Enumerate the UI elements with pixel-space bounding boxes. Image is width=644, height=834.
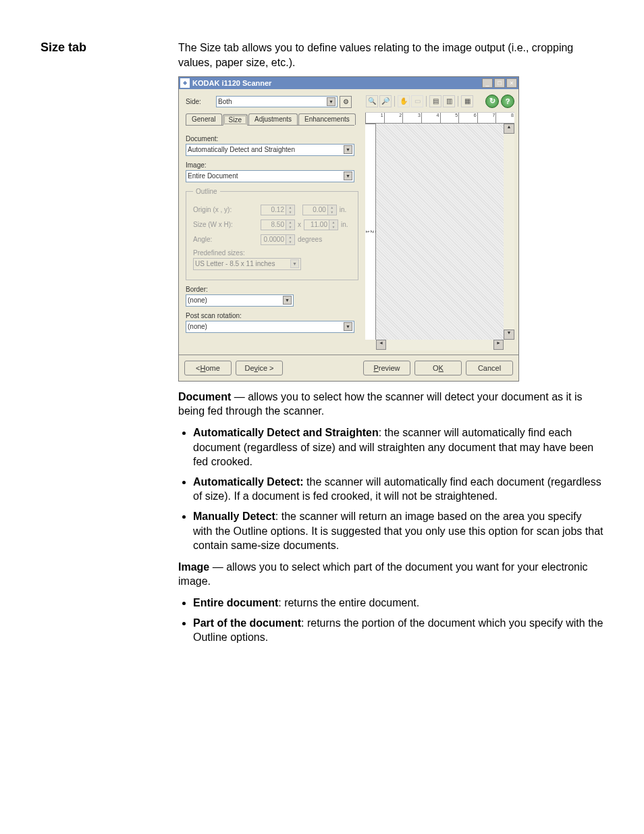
bullet-auto-detect: Automatically Detect: the scanner will a… xyxy=(193,475,603,504)
bullet-entire-document: Entire document: returns the entire docu… xyxy=(193,596,603,610)
origin-y-spinner[interactable]: ▲▼ xyxy=(302,205,337,215)
post-rotation-label: Post scan rotation: xyxy=(186,312,354,319)
minimize-button[interactable]: _ xyxy=(482,78,493,88)
bullet-manually-detect: Manually Detect: the scanner will return… xyxy=(193,509,603,553)
outline-legend: Outline xyxy=(193,188,220,195)
angle-label: Angle: xyxy=(193,236,261,243)
border-select[interactable]: (none) ▼ xyxy=(186,294,294,307)
side-combo[interactable]: Both ▼ xyxy=(216,96,338,107)
bullet-part-document: Part of the document: returns the portio… xyxy=(193,616,603,645)
chevron-down-icon: ▼ xyxy=(327,97,336,106)
predef-value: US Letter - 8.5 x 11 inches xyxy=(195,260,275,267)
outline-fieldset: Outline Origin (x , y): ▲▼ ▲▼ in. Size (… xyxy=(186,188,358,280)
image-label: Image: xyxy=(186,161,354,169)
help-icon[interactable]: ? xyxy=(501,95,514,108)
document-paragraph: Document — allows you to select how the … xyxy=(178,390,603,419)
app-icon: ◆ xyxy=(180,78,190,88)
origin-x-spinner[interactable]: ▲▼ xyxy=(261,205,295,215)
preview-canvas[interactable] xyxy=(376,124,504,340)
side-value: Both xyxy=(218,98,232,105)
size-w-spinner[interactable]: ▲▼ xyxy=(261,219,295,230)
origin-label: Origin (x , y): xyxy=(193,206,261,213)
maximize-button[interactable]: □ xyxy=(494,78,505,88)
ruler-vertical: 12345678910111213 xyxy=(365,124,376,340)
document-select[interactable]: Automatically Detect and Straighten ▼ xyxy=(186,144,354,156)
zoom-in-icon[interactable]: 🔍 xyxy=(366,95,378,107)
device-button[interactable]: Device > xyxy=(236,361,283,375)
image-paragraph: Image — allows you to select which part … xyxy=(178,560,603,589)
intro-paragraph: The Size tab allows you to define values… xyxy=(178,41,603,71)
times-symbol: x xyxy=(298,221,301,228)
tab-general[interactable]: General xyxy=(186,113,222,125)
zoom-out-icon[interactable]: 🔎 xyxy=(379,95,392,107)
origin-unit: in. xyxy=(340,206,347,213)
titlebar: ◆ KODAK i1120 Scanner _ □ × xyxy=(179,77,518,89)
size-unit: in. xyxy=(341,221,348,228)
close-button[interactable]: × xyxy=(506,78,517,88)
page-back-icon[interactable]: ▥ xyxy=(443,95,455,107)
predef-select: US Letter - 8.5 x 11 inches ▼ xyxy=(193,258,301,270)
tab-strip: General Size Adjustments Enhancements xyxy=(186,113,354,126)
document-label: Document: xyxy=(186,135,354,142)
chevron-down-icon: ▼ xyxy=(344,145,352,154)
preview-toolbar: 🔍 🔎 ✋ ▭ ▤ ▥ ▦ ↻ ? xyxy=(365,93,514,113)
post-rotation-value: (none) xyxy=(188,323,207,330)
scrollbar-vertical[interactable]: ▲▼ xyxy=(504,124,514,340)
chevron-down-icon: ▼ xyxy=(344,172,352,180)
scrollbar-horizontal[interactable]: ◄► xyxy=(365,340,514,350)
post-rotation-select[interactable]: (none) ▼ xyxy=(186,321,354,333)
section-heading: Size tab xyxy=(41,41,162,55)
tab-size[interactable]: Size xyxy=(223,114,248,126)
tab-enhancements[interactable]: Enhancements xyxy=(298,113,356,125)
preview-button[interactable]: Preview xyxy=(363,361,410,375)
ok-button[interactable]: OK xyxy=(414,361,462,375)
scanner-dialog: ◆ KODAK i1120 Scanner _ □ × Side: Both xyxy=(178,76,519,382)
side-label: Side: xyxy=(186,98,216,105)
side-settings-button[interactable]: ⚙ xyxy=(340,96,352,108)
image-select[interactable]: Entire Document ▼ xyxy=(186,170,354,182)
chevron-down-icon: ▼ xyxy=(290,259,299,268)
layout-icon[interactable]: ▦ xyxy=(461,95,473,107)
window-title: KODAK i1120 Scanner xyxy=(192,79,482,87)
tab-adjustments[interactable]: Adjustments xyxy=(248,113,298,125)
refresh-icon[interactable]: ↻ xyxy=(485,95,499,108)
bullet-auto-detect-straighten: Automatically Detect and Straighten: the… xyxy=(193,425,603,469)
hand-icon: ✋ xyxy=(398,95,410,107)
angle-unit: degrees xyxy=(298,236,322,243)
chevron-down-icon: ▼ xyxy=(283,296,292,305)
border-value: (none) xyxy=(188,296,207,304)
page-front-icon[interactable]: ▤ xyxy=(429,95,441,107)
home-button[interactable]: < Home xyxy=(184,361,232,375)
cancel-button[interactable]: Cancel xyxy=(466,361,513,375)
size-label: Size (W x H): xyxy=(193,221,261,228)
chevron-down-icon: ▼ xyxy=(344,322,352,331)
angle-spinner[interactable]: ▲▼ xyxy=(261,234,295,245)
border-label: Border: xyxy=(186,286,354,293)
select-icon: ▭ xyxy=(411,95,423,107)
ruler-horizontal: 12345678 xyxy=(365,113,514,124)
predef-label: Predefined sizes: xyxy=(193,249,351,257)
size-h-spinner[interactable]: ▲▼ xyxy=(304,219,338,230)
document-value: Automatically Detect and Straighten xyxy=(188,146,295,153)
image-value: Entire Document xyxy=(188,172,238,180)
